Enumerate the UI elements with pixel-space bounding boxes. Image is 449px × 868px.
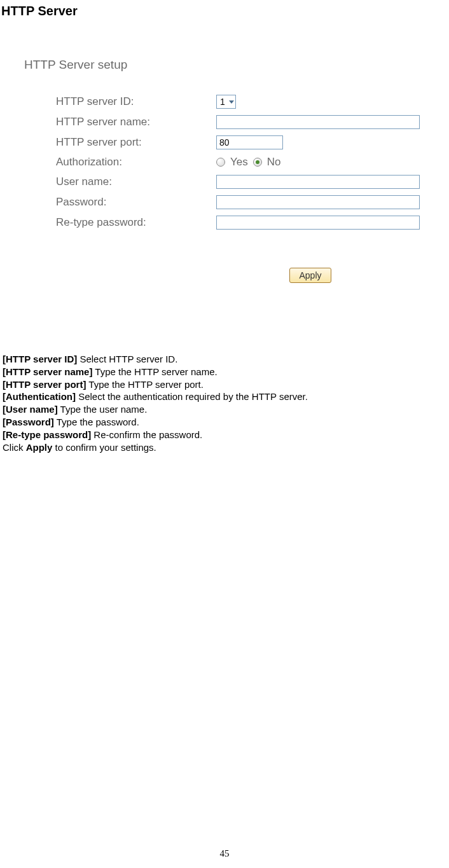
click-apply-line: Click Apply to confirm your settings. (3, 441, 446, 454)
label-retype-password: Re-type password: (56, 216, 216, 229)
desc-term: [Re-type password] (3, 429, 91, 440)
label-server-id: HTTP server ID: (56, 95, 216, 108)
desc-term: [Password] (3, 417, 54, 427)
row-server-port: HTTP server port: (24, 135, 449, 149)
row-server-name: HTTP server name: (24, 115, 449, 129)
desc-term: [HTTP server port] (3, 379, 86, 390)
row-authorization: Authorization: Yes No (24, 156, 449, 169)
user-name-input[interactable] (216, 175, 420, 189)
desc-text: Type the user name. (58, 404, 148, 415)
desc-text: Type the HTTP server port. (86, 379, 204, 390)
desc-line: [Password] Type the password. (3, 416, 446, 429)
auth-yes-radio[interactable] (216, 158, 225, 167)
auth-no-label: No (267, 156, 281, 169)
desc-line: [User name] Type the user name. (3, 403, 446, 416)
desc-text: Select HTTP server ID. (77, 354, 177, 364)
row-user-name: User name: (24, 175, 449, 189)
server-id-value: 1 (220, 97, 225, 107)
desc-line: [HTTP server name] Type the HTTP server … (3, 366, 446, 378)
desc-term: [Authentication] (3, 391, 76, 402)
click-suffix: to confirm your settings. (52, 442, 156, 453)
label-authorization: Authorization: (56, 156, 216, 169)
desc-text: Type the HTTP server name. (92, 366, 217, 377)
desc-text: Select the authentication required by th… (76, 391, 308, 402)
click-prefix: Click (3, 442, 26, 453)
row-retype-password: Re-type password: (24, 216, 449, 230)
desc-term: [HTTP server name] (3, 366, 92, 377)
server-name-input[interactable] (216, 115, 420, 129)
server-id-select[interactable]: 1 (216, 95, 236, 109)
description-area: [HTTP server ID] Select HTTP server ID. … (0, 353, 449, 453)
desc-line: [Re-type password] Re-confirm the passwo… (3, 429, 446, 441)
label-user-name: User name: (56, 176, 216, 188)
password-input[interactable] (216, 195, 420, 209)
row-server-id: HTTP server ID: 1 (24, 95, 449, 109)
server-port-input[interactable] (216, 135, 283, 149)
desc-term: [HTTP server ID] (3, 354, 77, 364)
desc-line: [HTTP server port] Type the HTTP server … (3, 378, 446, 391)
setup-form: HTTP Server setup HTTP server ID: 1 HTTP… (0, 58, 449, 283)
setup-header: HTTP Server setup (24, 58, 449, 72)
page-number: 45 (0, 848, 449, 859)
retype-password-input[interactable] (216, 216, 420, 230)
click-bold: Apply (26, 442, 53, 453)
row-password: Password: (24, 195, 449, 209)
label-password: Password: (56, 196, 216, 209)
desc-text: Type the password. (54, 417, 139, 427)
label-server-port: HTTP server port: (56, 136, 216, 149)
desc-term: [User name] (3, 404, 58, 415)
apply-button[interactable]: Apply (289, 268, 331, 283)
desc-line: [HTTP server ID] Select HTTP server ID. (3, 353, 446, 366)
auth-no-radio[interactable] (253, 158, 262, 167)
page-title: HTTP Server (0, 4, 449, 18)
auth-yes-label: Yes (230, 156, 248, 169)
label-server-name: HTTP server name: (56, 116, 216, 128)
chevron-down-icon (229, 100, 234, 104)
radio-dot-icon (256, 160, 259, 164)
desc-text: Re-confirm the password. (91, 429, 202, 440)
desc-line: [Authentication] Select the authenticati… (3, 390, 446, 403)
